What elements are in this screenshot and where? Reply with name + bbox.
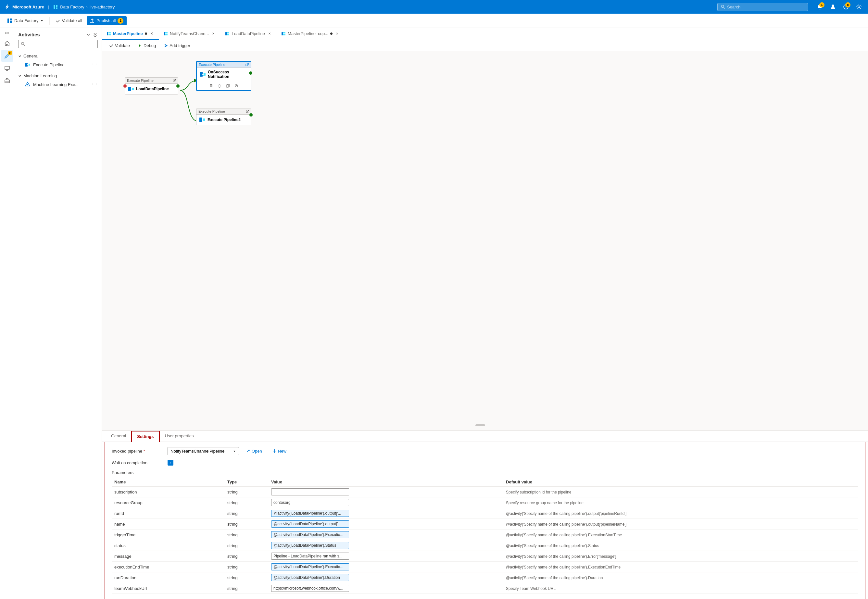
param-value-td-9 bbox=[268, 583, 503, 594]
breadcrumb-factory[interactable]: Data Factory bbox=[60, 5, 84, 9]
param-value-input-2[interactable] bbox=[271, 510, 349, 517]
collapse2-icon[interactable] bbox=[93, 33, 98, 37]
search-activities-icon bbox=[21, 42, 25, 46]
search-bar[interactable] bbox=[717, 3, 808, 11]
node-type-1: Execute Pipeline bbox=[127, 78, 154, 83]
param-name-5: status bbox=[112, 540, 225, 551]
edit-sidebar-btn[interactable]: 2 bbox=[1, 50, 13, 62]
external-link-icon-2[interactable] bbox=[245, 63, 249, 66]
data-factory-btn[interactable]: Data Factory bbox=[4, 17, 47, 25]
tab-user-properties[interactable]: User properties bbox=[160, 431, 199, 441]
param-value-input-0[interactable] bbox=[271, 488, 349, 495]
param-name-8: runDuration bbox=[112, 572, 225, 583]
parameters-section: Parameters Name Type Value Default value… bbox=[112, 470, 858, 594]
tab-loaddatapipeline-close[interactable]: ✕ bbox=[267, 31, 272, 36]
code-action-btn[interactable]: {} bbox=[216, 82, 223, 89]
home-sidebar-btn[interactable] bbox=[1, 38, 13, 49]
tab-loaddatapipeline[interactable]: LoadDataPipeline ✕ bbox=[220, 28, 277, 40]
general-category-header[interactable]: General bbox=[14, 52, 102, 60]
param-type-6: string bbox=[225, 551, 268, 562]
param-value-input-1[interactable] bbox=[271, 499, 349, 506]
param-type-3: string bbox=[225, 519, 268, 530]
ml-category-header[interactable]: Machine Learning bbox=[14, 72, 102, 80]
tab-general[interactable]: General bbox=[106, 431, 131, 441]
plus-icon bbox=[273, 449, 277, 453]
toolbox-sidebar-btn[interactable] bbox=[1, 75, 13, 86]
parameters-title: Parameters bbox=[112, 470, 858, 475]
add-trigger-btn[interactable]: Add trigger bbox=[160, 42, 194, 50]
app-name: Microsoft Azure bbox=[12, 5, 44, 9]
pipeline-canvas[interactable]: Execute Pipeline LoadDataPipeline bbox=[102, 51, 868, 430]
tab-settings[interactable]: Settings bbox=[131, 431, 160, 442]
validate-pipeline-label: Validate bbox=[115, 43, 130, 48]
search-input[interactable] bbox=[727, 5, 805, 9]
ml-execute-item[interactable]: Machine Learning Exe... ⋮⋮ bbox=[14, 80, 102, 89]
param-value-input-4[interactable] bbox=[271, 531, 349, 538]
notifications-button[interactable]: 1 bbox=[815, 2, 825, 12]
delete-action-btn[interactable] bbox=[208, 82, 215, 89]
dropdown-icon bbox=[40, 19, 44, 23]
ml-label: Machine Learning bbox=[23, 73, 57, 78]
publish-icon bbox=[90, 18, 95, 23]
param-type-5: string bbox=[225, 540, 268, 551]
node-loaddatapipeline[interactable]: Execute Pipeline LoadDataPipeline bbox=[125, 77, 178, 95]
param-value-input-5[interactable] bbox=[271, 542, 349, 549]
tab-masterpipeline[interactable]: MasterPipeline ✕ bbox=[102, 28, 159, 40]
node-name-2: OnSuccessNotification bbox=[208, 70, 229, 79]
tab-notifyteams-close[interactable]: ✕ bbox=[211, 31, 216, 36]
param-row-4: triggerTimestring@activity('Specify name… bbox=[112, 530, 858, 540]
alerts-button[interactable]: 8 bbox=[841, 2, 851, 12]
activities-search-input[interactable]: Execute pipeline bbox=[27, 42, 95, 47]
node-executepipeline2[interactable]: Execute Pipeline Execute Pipeline2 bbox=[196, 108, 251, 125]
param-value-td-5 bbox=[268, 540, 503, 551]
tab-notifyteams[interactable]: NotifyTeamsChann... ✕ bbox=[159, 28, 221, 40]
external-link-icon-3[interactable] bbox=[246, 110, 249, 113]
expand-sidebar-btn[interactable]: >> bbox=[1, 29, 13, 37]
param-value-input-7[interactable] bbox=[271, 563, 349, 570]
open-pipeline-btn[interactable]: Open bbox=[243, 447, 265, 455]
param-value-td-1 bbox=[268, 497, 503, 508]
param-name-3: name bbox=[112, 519, 225, 530]
collapse-handle[interactable] bbox=[475, 424, 485, 426]
profile-button[interactable] bbox=[828, 2, 838, 12]
link-action-btn[interactable] bbox=[233, 82, 240, 89]
activities-header-icons[interactable] bbox=[86, 33, 98, 37]
monitor-sidebar-btn[interactable] bbox=[1, 62, 13, 74]
validate-btn[interactable]: Validate bbox=[106, 42, 133, 50]
svg-rect-1 bbox=[56, 5, 57, 7]
validate-all-btn[interactable]: Validate all bbox=[52, 17, 85, 25]
chevron-down-ml-icon bbox=[18, 74, 21, 78]
param-value-input-3[interactable] bbox=[271, 521, 349, 528]
new-pipeline-btn[interactable]: New bbox=[269, 447, 290, 455]
tab-masterpipeline-close[interactable]: ✕ bbox=[149, 31, 154, 36]
param-type-9: string bbox=[225, 583, 268, 594]
param-row-0: subscriptionstringSpecify subscription i… bbox=[112, 487, 858, 497]
activities-search-box[interactable]: Execute pipeline bbox=[18, 40, 98, 48]
general-category: General Execute Pipeline ⋮⋮ bbox=[14, 51, 102, 71]
param-value-input-6[interactable] bbox=[271, 552, 349, 560]
node-header-3: Execute Pipeline bbox=[196, 108, 251, 114]
copy-action-btn[interactable] bbox=[225, 82, 232, 89]
tab-settings-label: Settings bbox=[137, 434, 154, 439]
param-value-input-8[interactable] bbox=[271, 574, 349, 581]
node-header-2: Execute Pipeline bbox=[197, 62, 251, 68]
invoked-pipeline-select[interactable]: NotifyTeamsChannelPipeline bbox=[167, 447, 239, 455]
tab-masterpipelinecopy-close[interactable]: ✕ bbox=[335, 31, 340, 36]
wait-on-completion-checkbox[interactable]: ✓ bbox=[167, 460, 173, 465]
execute-pipeline-item[interactable]: Execute Pipeline ⋮⋮ bbox=[14, 60, 102, 69]
svg-line-4 bbox=[723, 8, 725, 9]
param-value-input-9[interactable] bbox=[271, 585, 349, 592]
debug-btn[interactable]: Debug bbox=[134, 42, 159, 50]
collapse-icon[interactable] bbox=[86, 33, 90, 37]
publish-all-btn[interactable]: Publish all 2 bbox=[87, 16, 127, 25]
tab-masterpipelinecopy[interactable]: MasterPipeline_cop... ✕ bbox=[277, 28, 344, 40]
debug-label: Debug bbox=[143, 43, 156, 48]
param-value-td-6 bbox=[268, 551, 503, 562]
bottom-tabs: General Settings User properties bbox=[102, 431, 868, 442]
invoked-pipeline-label: Invoked pipeline * bbox=[112, 448, 164, 453]
node-onsuccess[interactable]: Execute Pipeline OnSuccessNotification bbox=[196, 61, 251, 91]
settings-button[interactable] bbox=[854, 2, 864, 12]
svg-rect-10 bbox=[8, 18, 9, 23]
external-link-icon-1[interactable] bbox=[172, 79, 176, 83]
param-default-0: Specify subscription id for the pipeline bbox=[503, 487, 858, 497]
